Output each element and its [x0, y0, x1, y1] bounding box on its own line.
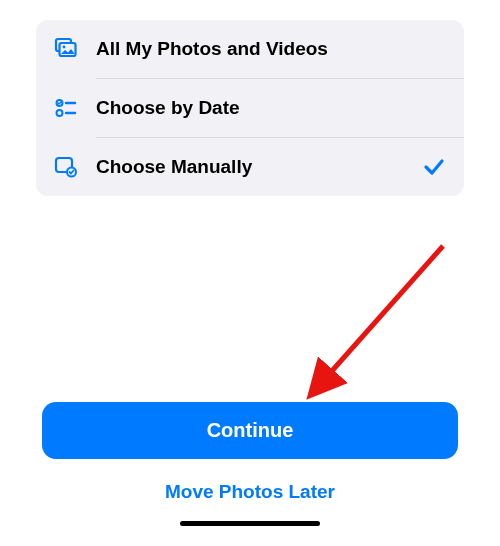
continue-button[interactable]: Continue [42, 402, 458, 459]
options-card: All My Photos and Videos Choose by Date … [36, 20, 464, 196]
svg-line-10 [323, 246, 443, 381]
home-indicator [180, 521, 320, 526]
arrow-annotation-icon [303, 241, 453, 405]
bottom-section: Continue Move Photos Later [0, 402, 500, 546]
move-later-button[interactable]: Move Photos Later [42, 459, 458, 521]
select-manual-icon [52, 153, 80, 181]
svg-point-5 [57, 110, 63, 116]
option-by-date[interactable]: Choose by Date [36, 79, 464, 137]
photos-icon [52, 35, 80, 63]
option-manually[interactable]: Choose Manually [36, 138, 464, 196]
svg-point-2 [63, 46, 66, 49]
svg-rect-1 [60, 43, 76, 56]
checkmark-icon [420, 153, 448, 181]
option-label: All My Photos and Videos [96, 38, 448, 60]
option-label: Choose Manually [96, 156, 420, 178]
option-all-photos[interactable]: All My Photos and Videos [36, 20, 464, 78]
option-label: Choose by Date [96, 97, 448, 119]
list-check-icon [52, 94, 80, 122]
